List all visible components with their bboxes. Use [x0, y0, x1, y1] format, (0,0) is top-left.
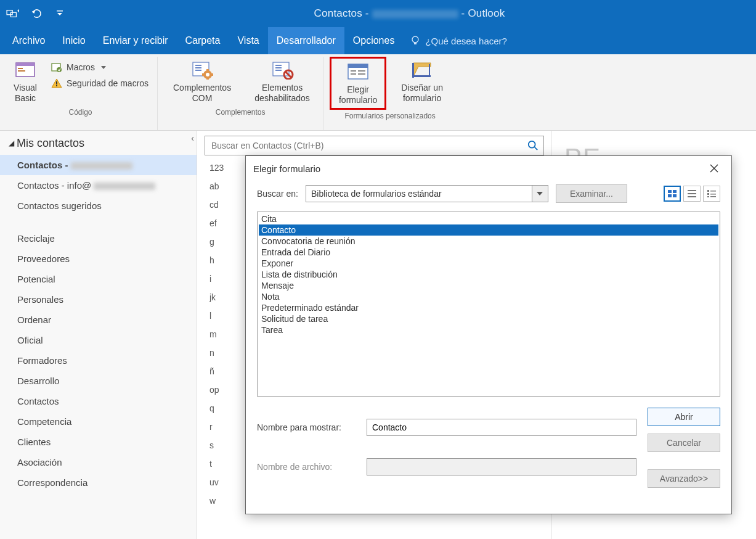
svg-rect-33	[351, 73, 356, 75]
svg-rect-48	[707, 190, 709, 192]
tab-vista[interactable]: Vista	[229, 27, 267, 54]
tab-desarrollador[interactable]: Desarrollador	[268, 27, 344, 54]
elementos-deshabilitados-button[interactable]: Elementos deshabilitados	[248, 57, 317, 106]
close-button[interactable]	[704, 158, 724, 178]
svg-line-38	[535, 147, 538, 150]
svg-rect-45	[688, 190, 696, 191]
elegir-formulario-button[interactable]: Elegir formulario	[330, 57, 386, 110]
sidebar-item[interactable]: Potencial	[0, 269, 197, 289]
tab-archivo[interactable]: Archivo	[4, 27, 54, 54]
sidebar-item[interactable]: Asociación	[0, 452, 197, 472]
seguridad-macros-button[interactable]: Seguridad de macros	[48, 76, 151, 90]
ribbon-group-formularios: Elegir formulario Diseñar un formulario …	[323, 57, 457, 130]
dialog-title: Elegir formulario	[253, 163, 320, 174]
form-list-item[interactable]: Convocatoria de reunión	[259, 236, 718, 247]
svg-rect-49	[710, 191, 716, 192]
elegir-formulario-dialog: Elegir formulario Buscar en: Biblioteca …	[245, 155, 732, 514]
close-icon	[710, 164, 718, 173]
svg-point-37	[529, 141, 535, 148]
complementos-com-button[interactable]: Complementos COM	[164, 57, 240, 106]
svg-rect-14	[195, 65, 201, 66]
svg-rect-42	[673, 190, 677, 193]
tell-me[interactable]: ¿Qué desea hacer?	[403, 27, 514, 54]
form-list-item[interactable]: Entrada del Diario	[259, 247, 718, 258]
view-details[interactable]	[703, 186, 720, 202]
sidebar-item[interactable]: Desarrollo	[0, 371, 197, 391]
cancelar-button[interactable]: Cancelar	[648, 434, 720, 452]
svg-rect-52	[707, 196, 709, 197]
nav-header-mis-contactos[interactable]: ◢ Mis contactos	[0, 131, 197, 155]
svg-rect-21	[202, 73, 205, 76]
tab-carpeta[interactable]: Carpeta	[177, 27, 229, 54]
choose-form-icon	[346, 61, 370, 82]
customize-qat-icon[interactable]	[52, 7, 68, 20]
svg-rect-15	[195, 67, 201, 68]
svg-rect-35	[412, 75, 431, 77]
abrir-button[interactable]: Abrir	[648, 408, 720, 426]
sidebar-item[interactable]: Reciclaje	[0, 228, 197, 249]
svg-point-3	[412, 36, 418, 43]
buscar-en-select[interactable]: Biblioteca de formularios estándar	[306, 185, 548, 202]
tab-enviar-recibir[interactable]: Enviar y recibir	[94, 27, 177, 54]
search-bar[interactable]	[205, 136, 544, 155]
send-receive-icon[interactable]	[5, 7, 21, 20]
svg-rect-11	[56, 81, 57, 84]
svg-rect-31	[351, 70, 356, 72]
sidebar-item[interactable]: Contactos	[0, 391, 197, 411]
svg-rect-22	[211, 73, 213, 76]
sidebar-item[interactable]: Personales	[0, 289, 197, 310]
chevron-down-icon[interactable]	[532, 186, 548, 202]
nombre-mostrar-input[interactable]	[367, 419, 636, 436]
nombre-archivo-label: Nombre de archivo:	[257, 462, 356, 472]
sidebar-item-contactos[interactable]: Contactos - info@	[0, 175, 197, 195]
sidebar-item[interactable]: Proveedores	[0, 249, 197, 269]
sidebar-item[interactable]: Formadores	[0, 350, 197, 371]
svg-rect-7	[18, 68, 23, 69]
examinar-button: Examinar...	[556, 184, 627, 203]
buscar-en-label: Buscar en:	[257, 189, 298, 199]
form-list-item[interactable]: Lista de distribución	[259, 269, 718, 280]
disabled-items-icon	[270, 59, 295, 80]
sidebar-item-contactos[interactable]: Contactos -	[0, 155, 197, 175]
view-large-icons[interactable]	[664, 186, 681, 202]
nombre-mostrar-label: Nombre para mostrar:	[257, 422, 356, 432]
disenar-formulario-button[interactable]: Diseñar un formulario	[394, 57, 450, 106]
sidebar-item[interactable]: Competencia	[0, 411, 197, 432]
svg-rect-43	[668, 194, 672, 197]
svg-rect-36	[412, 63, 414, 78]
form-list-item[interactable]: Contacto	[259, 224, 718, 236]
form-list-item[interactable]: Cita	[259, 213, 718, 224]
quick-access-toolbar	[5, 7, 68, 20]
form-listbox[interactable]: CitaContactoConvocatoria de reuniónEntra…	[257, 212, 720, 397]
macros-button[interactable]: Macros	[48, 60, 151, 74]
visual-basic-button[interactable]: Visual Basic	[10, 57, 41, 106]
svg-rect-30	[348, 64, 368, 68]
nombre-archivo-input	[367, 458, 636, 475]
form-list-item[interactable]: Nota	[259, 291, 718, 302]
sidebar-item[interactable]: Correspondencia	[0, 472, 197, 493]
form-list-item[interactable]: Mensaje	[259, 280, 718, 291]
form-list-item[interactable]: Exponer	[259, 258, 718, 269]
tab-opciones[interactable]: Opciones	[344, 27, 404, 54]
sidebar-item[interactable]: Clientes	[0, 432, 197, 452]
search-input[interactable]	[210, 140, 527, 151]
svg-rect-34	[358, 73, 365, 75]
avanzado-button[interactable]: Avanzado>>	[648, 469, 720, 488]
vb-icon	[13, 59, 38, 80]
view-list[interactable]	[683, 186, 701, 202]
svg-rect-46	[688, 193, 696, 194]
view-toggles	[664, 186, 720, 202]
ribbon-group-complementos: Complementos COM Elementos deshabilitado…	[158, 57, 323, 130]
titlebar: Contactos - - Outlook	[0, 0, 756, 27]
form-list-item[interactable]: Predeterminado estándar	[259, 302, 718, 313]
form-list-item[interactable]: Tarea	[259, 324, 718, 335]
collapse-pane-icon[interactable]: ‹	[191, 133, 194, 143]
search-icon[interactable]	[527, 140, 539, 151]
sidebar-item[interactable]: Ordenar	[0, 310, 197, 330]
undo-icon[interactable]	[28, 7, 44, 20]
sidebar-item[interactable]: Oficial	[0, 330, 197, 350]
design-form-icon	[410, 59, 434, 80]
form-list-item[interactable]: Solicitud de tarea	[259, 313, 718, 324]
sidebar-item-contactos[interactable]: Contactos sugeridos	[0, 195, 197, 216]
tab-inicio[interactable]: Inicio	[54, 27, 94, 54]
